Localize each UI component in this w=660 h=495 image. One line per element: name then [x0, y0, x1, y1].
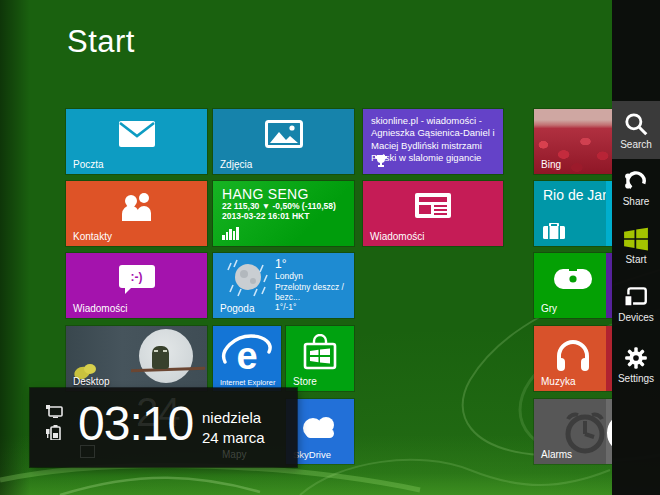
tile-label: Internet Explorer [220, 378, 275, 387]
quote-value: 22 115,30 [222, 201, 259, 211]
charm-label: Share [623, 196, 650, 207]
tile-skionline-news[interactable]: skionline.pl - wiadomości - Agnieszka Gą… [363, 109, 503, 174]
weather-description: Przelotny deszcz / bezc... [275, 282, 354, 302]
tile-label: SkyDrive [293, 449, 331, 460]
ghost-maps-label: Mapy [222, 449, 246, 460]
store-bag-icon [303, 334, 337, 370]
emoticon: :-) [131, 270, 143, 284]
battery-status-icon [46, 425, 63, 440]
cloud-icon [298, 413, 342, 441]
mail-icon [118, 120, 156, 148]
charm-label: Start [625, 254, 646, 265]
bar-chart-icon [222, 227, 239, 240]
people-icon [117, 191, 157, 221]
charm-label: Settings [618, 373, 654, 384]
tile-label: Gry [541, 303, 557, 314]
tile-label: Zdjęcia [220, 159, 252, 170]
tile-alarms[interactable]: Alarms [534, 399, 612, 464]
tile-label: Wiadomości [370, 231, 424, 242]
tile-label: Wiadomości [73, 303, 127, 314]
trophy-icon [374, 154, 388, 168]
tile-music[interactable]: Muzyka [534, 326, 612, 391]
tile-weather[interactable]: 1° Londyn Przelotny deszcz / bezc... 1°/… [213, 253, 354, 318]
charm-label: Search [620, 139, 652, 150]
rain-moon-icon [227, 259, 269, 297]
ie-orbit-icon [221, 332, 273, 372]
tile-finance-hang-seng[interactable]: HANG SENG 22 115,30 ▼ -0,50% (-110,58) 2… [213, 181, 354, 246]
settings-gear-icon [623, 345, 649, 371]
clock-date: 24 marca [202, 428, 265, 448]
tile-store[interactable]: Store [286, 326, 354, 391]
charm-share[interactable]: Share [612, 168, 660, 207]
tile-label: Alarms [541, 449, 572, 460]
clock-weekday: niedziela [202, 408, 265, 428]
speech-bubble-icon: :-) [119, 265, 155, 288]
tile-label: Bing [541, 159, 561, 170]
tile-label: Desktop [73, 376, 110, 387]
search-icon [623, 111, 649, 137]
index-name: HANG SENG [222, 186, 354, 202]
tile-label: Pogoda [220, 303, 254, 314]
network-status-icon [46, 405, 63, 418]
tile-label: Poczta [73, 159, 104, 170]
tile-mail[interactable]: Poczta [66, 109, 207, 174]
weather-city: Londyn [275, 271, 354, 281]
headphones-icon [554, 336, 592, 372]
charm-search[interactable]: Search [612, 101, 660, 159]
share-icon [623, 168, 649, 194]
devices-icon [623, 284, 649, 310]
page-title: Start [67, 24, 135, 60]
tile-label: Kontakty [73, 231, 112, 242]
charm-start[interactable]: Start [612, 226, 660, 265]
tile-people[interactable]: Kontakty [66, 181, 207, 246]
tile-internet-explorer[interactable]: e Internet Explorer [213, 326, 281, 391]
tile-games[interactable]: Gry [534, 253, 612, 318]
charm-settings[interactable]: Settings [612, 345, 660, 384]
charms-bar: Search Share Start [612, 0, 660, 495]
game-controller-icon [553, 267, 593, 291]
weather-range: 1°/-1° [275, 302, 354, 312]
tile-label: Muzyka [541, 376, 575, 387]
travel-destination: Rio de Janeiro [543, 187, 612, 203]
tile-bing[interactable]: Bing [534, 109, 612, 174]
tile-news[interactable]: Wiadomości [363, 181, 503, 246]
tile-travel-rio[interactable]: Rio de Janeiro [534, 181, 612, 246]
weather-temperature: 1° [275, 257, 354, 271]
charm-label: Devices [618, 312, 654, 323]
tile-photos[interactable]: Zdjęcia [213, 109, 354, 174]
newspaper-icon [414, 192, 452, 219]
flower-artwork [84, 364, 96, 374]
charm-devices[interactable]: Devices [612, 284, 660, 323]
tile-desktop[interactable]: Desktop [66, 326, 207, 391]
start-screen: Start Poczta Zdjęcia skionline.pl - wiad… [0, 0, 660, 495]
owl-artwork [152, 346, 169, 369]
suitcase-icon [543, 223, 565, 239]
tile-label: Store [293, 376, 317, 387]
windows-start-icon [622, 226, 650, 252]
clock-time: 03:10 [78, 396, 193, 451]
photos-icon [265, 120, 303, 148]
tile-messaging[interactable]: :-) Wiadomości [66, 253, 207, 318]
quote-change: ▼ -0,50% (-110,58) [262, 201, 336, 211]
clock-overlay: 24 Mapy 03:10 niedziela 24 marca [30, 388, 297, 467]
quote-timestamp: 2013-03-22 16:01 HKT [222, 212, 354, 222]
